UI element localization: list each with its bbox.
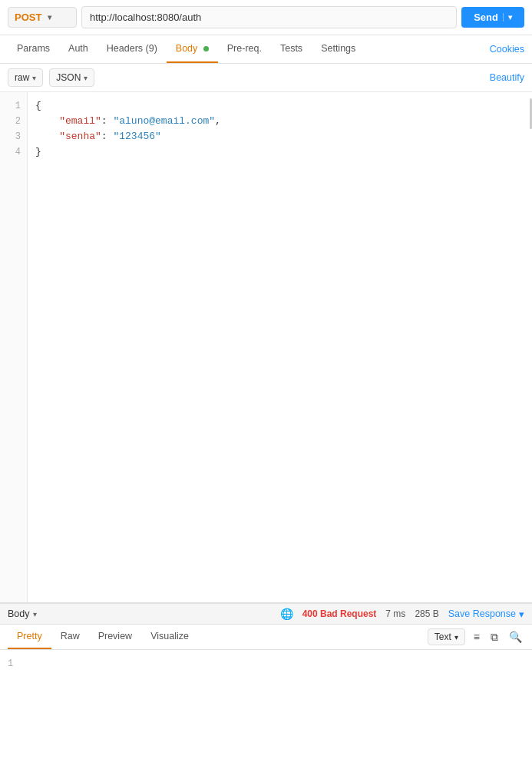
tab-settings[interactable]: Settings [312, 35, 365, 63]
raw-chevron-icon: ▾ [32, 74, 36, 82]
request-tabs: Params Auth Headers (9) Body Pre-req. Te… [0, 35, 532, 64]
method-chevron-icon: ▾ [48, 13, 51, 22]
text-format-select[interactable]: Text ▾ [428, 628, 465, 645]
method-label: POST [15, 12, 41, 23]
method-select[interactable]: POST ▾ [8, 7, 77, 28]
body-dot-indicator [203, 46, 209, 51]
response-size: 285 B [415, 608, 438, 619]
status-pill: 🌐 400 Bad Request 7 ms 285 B Save Respon… [280, 608, 524, 620]
line-num-4: 4 [0, 144, 27, 160]
code-line-1: { [35, 98, 524, 114]
search-icon[interactable]: 🔍 [507, 628, 524, 645]
top-bar: POST ▾ Send ▾ [0, 0, 532, 35]
code-line-3: "senha": "123456" [35, 129, 524, 144]
send-label: Send [474, 12, 498, 23]
cookies-link[interactable]: Cookies [490, 44, 524, 55]
url-input[interactable] [81, 6, 457, 28]
code-content[interactable]: { "email": "aluno@email.com", "senha": "… [28, 92, 532, 602]
beautify-button[interactable]: Beautify [490, 72, 524, 83]
response-tabs: Pretty Raw Preview Visualize Text ▾ ≡ ⧉ … [0, 625, 532, 650]
response-icons: ≡ ⧉ 🔍 [471, 628, 524, 646]
json-label: JSON [56, 72, 81, 83]
text-format-chevron-icon: ▾ [454, 633, 458, 641]
line-num-1: 1 [0, 98, 27, 114]
resp-tab-visualize[interactable]: Visualize [141, 625, 198, 649]
globe-icon: 🌐 [280, 608, 293, 620]
raw-select[interactable]: raw ▾ [8, 68, 43, 87]
line-num-3: 3 [0, 129, 27, 144]
code-line-2: "email": "aluno@email.com", [35, 114, 524, 129]
resp-tab-preview[interactable]: Preview [89, 625, 141, 649]
response-body-area: 1 [0, 650, 532, 696]
save-response-chevron-icon: ▾ [519, 608, 524, 620]
resp-tab-raw[interactable]: Raw [51, 625, 89, 649]
tab-prereq[interactable]: Pre-req. [218, 35, 271, 63]
tab-auth[interactable]: Auth [59, 35, 97, 63]
response-bar: Body ▾ 🌐 400 Bad Request 7 ms 285 B Save… [0, 603, 532, 625]
resp-line-num-1: 1 [8, 656, 524, 671]
tab-tests[interactable]: Tests [271, 35, 312, 63]
filter-icon[interactable]: ≡ [471, 628, 482, 645]
resp-tab-pretty[interactable]: Pretty [8, 625, 51, 649]
response-body-toggle[interactable]: Body ▾ [8, 608, 37, 619]
json-select[interactable]: JSON ▾ [49, 68, 94, 87]
tab-body[interactable]: Body [167, 35, 218, 63]
tab-headers[interactable]: Headers (9) [97, 35, 167, 63]
send-button[interactable]: Send ▾ [461, 7, 524, 28]
copy-icon[interactable]: ⧉ [488, 628, 501, 646]
response-time: 7 ms [385, 608, 405, 619]
code-line-4: } [35, 144, 524, 160]
json-chevron-icon: ▾ [84, 74, 88, 82]
body-options-bar: raw ▾ JSON ▾ Beautify [0, 64, 532, 92]
send-chevron-icon: ▾ [503, 13, 512, 22]
raw-label: raw [15, 72, 29, 83]
tab-params[interactable]: Params [8, 35, 59, 63]
line-numbers: 1 2 3 4 [0, 92, 28, 602]
code-editor[interactable]: 1 2 3 4 { "email": "aluno@email.com", "s… [0, 92, 532, 603]
response-chevron-icon: ▾ [33, 610, 37, 618]
line-num-2: 2 [0, 114, 27, 129]
save-response-button[interactable]: Save Response ▾ [448, 608, 524, 620]
status-code: 400 Bad Request [302, 608, 377, 619]
response-label: Body [8, 608, 30, 619]
text-format-label: Text [435, 631, 451, 642]
